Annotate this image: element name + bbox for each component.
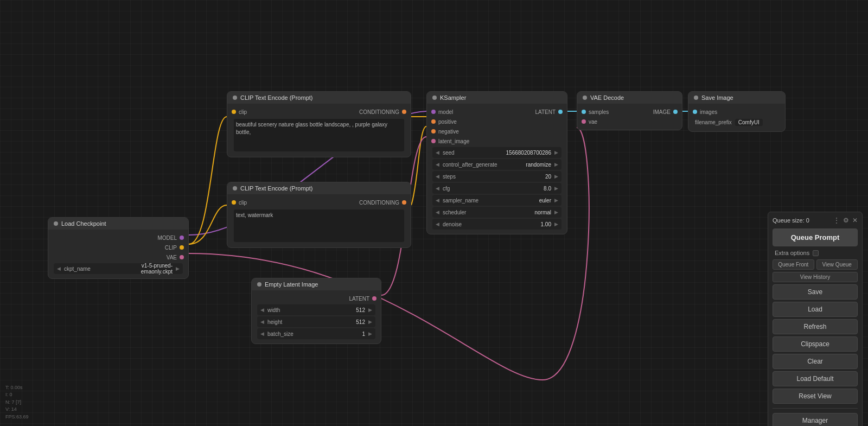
vae-in-left: vae [582,119,597,125]
vae-output-port: VAE [167,255,184,260]
ksampler-title: KSampler [440,94,466,101]
control-param-row: ◀ control_after_generate randomize ▶ [432,159,561,170]
view-queue-button[interactable]: View Queue [816,259,858,270]
reset-view-button[interactable]: Reset View [773,389,858,404]
model-label: MODEL [157,235,177,241]
batch-arrow-right[interactable]: ▶ [367,331,373,336]
port-model-row: MODEL [50,233,186,243]
clip-label: CLIP [165,245,177,251]
sampler-name-value: euler [498,198,551,204]
save-image-title: Save Image [701,94,733,101]
extra-options-checkbox[interactable] [813,250,819,256]
clip-text-neg-node: CLIP Text Encode (Prompt) clip CONDITION… [227,182,411,248]
sampler-param-row: ◀ sampler_name euler ▶ [432,195,561,206]
grid-icon[interactable]: ⋮ [833,217,840,224]
batch-arrow-left[interactable]: ◀ [259,331,265,336]
width-arrow-right[interactable]: ▶ [367,307,373,313]
samples-in-label: samples [589,109,609,115]
view-history-button[interactable]: View History [773,272,858,282]
scheduler-value: normal [498,209,551,215]
cfg-arrow-left[interactable]: ◀ [435,186,441,191]
vae-dot [180,255,184,259]
seed-arrow-left[interactable]: ◀ [435,150,441,155]
extra-options-row: Extra options [773,249,858,257]
samples-in-dot [582,110,586,114]
refresh-button[interactable]: Refresh [773,319,858,334]
ckpt-arrow-right[interactable]: ▶ [175,266,181,271]
sampler-arrow-left[interactable]: ◀ [435,198,441,203]
scheduler-arrow-left[interactable]: ◀ [435,209,441,215]
clipspace-button[interactable]: Clipspace [773,336,858,352]
port-clip-row: CLIP [50,243,186,252]
control-arrow-right[interactable]: ▶ [553,162,559,167]
image-out-label: IMAGE [653,109,671,115]
cfg-value: 8.0 [498,186,551,192]
clip-dot [180,245,184,250]
model-in-dot [431,110,436,114]
panel-divider [773,408,858,409]
height-arrow-right[interactable]: ▶ [367,319,373,325]
empty-latent-title: Empty Latent Image [265,281,318,288]
control-label: control_after_generate [443,162,497,168]
denoise-arrow-left[interactable]: ◀ [435,221,441,227]
ksampler-status-dot [432,96,437,100]
batch-label: batch_size [267,331,315,337]
right-panel: Queue size: 0 ⋮ ⚙ ✕ Queue Prompt Extra o… [768,212,863,426]
steps-arrow-left[interactable]: ◀ [435,174,441,179]
save-image-body: images filename_prefix ComfyUI [688,104,785,131]
clip-neg-in-dot [232,200,236,205]
filename-prefix-value: ComfyUI [735,119,763,126]
load-default-button[interactable]: Load Default [773,371,858,386]
seed-label: seed [443,150,496,156]
settings-icon[interactable]: ⚙ [843,217,849,224]
positive-text-area[interactable]: beautiful scenery nature glass bottle la… [234,119,404,151]
clip-text-pos-header: CLIP Text Encode (Prompt) [227,92,411,104]
queue-front-button[interactable]: Queue Front [773,259,814,270]
seed-arrow-right[interactable]: ▶ [553,150,559,155]
model-dot [180,236,184,240]
denoise-arrow-right[interactable]: ▶ [553,221,559,227]
panel-header: Queue size: 0 ⋮ ⚙ ✕ [773,217,858,224]
sampler-arrow-right[interactable]: ▶ [553,198,559,203]
stats-line3: N: 7 [7] [5,399,29,406]
negative-in-left: negative [431,129,459,135]
filename-prefix-row: filename_prefix ComfyUI [691,117,783,128]
vae-in-row: vae [579,117,680,126]
denoise-param-row: ◀ denoise 1.00 ▶ [432,219,561,230]
view-history-row: View History [773,272,858,282]
images-in-dot [693,110,697,114]
scheduler-arrow-right[interactable]: ▶ [553,209,559,215]
conditioning-neg-dot [402,200,406,205]
negative-text-area[interactable]: text, watermark [234,209,404,242]
empty-latent-status-dot [257,282,261,287]
height-label: height [267,319,315,325]
clip-text-pos-title: CLIP Text Encode (Prompt) [240,94,313,101]
save-button[interactable]: Save [773,284,858,300]
extra-options-label: Extra options [775,250,809,256]
conditioning-label: CONDITIONING [359,109,399,115]
width-arrow-left[interactable]: ◀ [259,307,265,313]
clear-button[interactable]: Clear [773,354,858,369]
queue-size-label: Queue size: 0 [773,217,809,224]
height-arrow-left[interactable]: ◀ [259,319,265,325]
close-icon[interactable]: ✕ [852,217,858,224]
ckpt-arrow-left[interactable]: ◀ [56,266,62,271]
width-label: width [267,307,315,313]
clip-input-left: clip [232,109,247,115]
clip-neg-input-left: clip [232,200,247,206]
load-button[interactable]: Load [773,302,858,317]
model-in-label: model [438,109,453,115]
steps-arrow-right[interactable]: ▶ [553,174,559,179]
images-in-row: images [691,107,783,117]
latent-image-in-label: latent_image [438,138,469,144]
queue-prompt-button[interactable]: Queue Prompt [773,228,858,246]
width-param-row: ◀ width 512 ▶ [257,304,375,315]
stats-line2: I: 0 [5,391,29,399]
save-image-header: Save Image [688,92,785,104]
cfg-arrow-right[interactable]: ▶ [553,186,559,191]
manager-button[interactable]: Manager [773,413,858,426]
control-arrow-left[interactable]: ◀ [435,162,441,167]
batch-value: 1 [317,331,365,337]
save-image-status-dot [694,96,698,100]
sampler-name-label: sampler_name [443,198,496,204]
